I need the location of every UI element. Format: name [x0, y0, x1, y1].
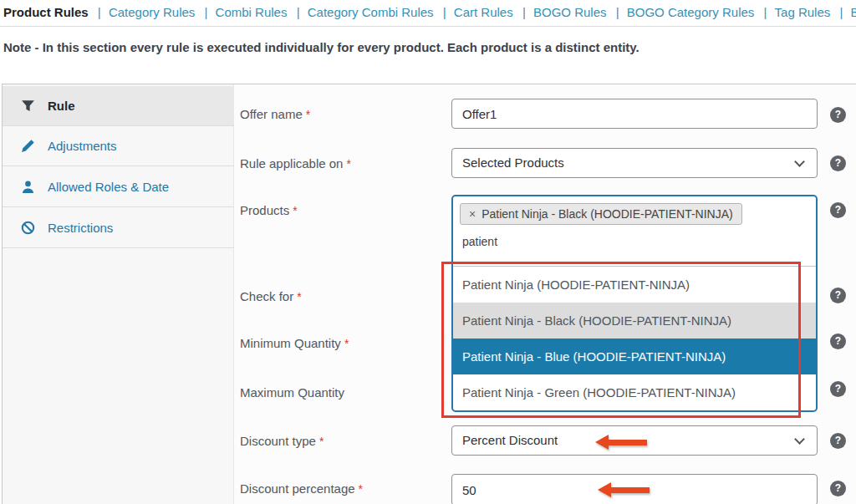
help-icon[interactable]: ? — [830, 107, 846, 123]
selected-product-tag: ×Patient Ninja - Black (HOODIE-PATIENT-N… — [460, 203, 742, 225]
help-icon[interactable]: ? — [830, 288, 846, 303]
nav-separator: | — [297, 5, 300, 19]
nav-tab-bogo-tag-rules[interactable]: BOGO Tag Rules — [851, 5, 856, 19]
discount-percentage-label: Discount percentage* — [240, 481, 363, 497]
sidebar-item-label: Adjustments — [48, 139, 117, 153]
products-search-input[interactable]: patient — [462, 235, 497, 248]
nav-tab-category-rules[interactable]: Category Rules — [109, 5, 195, 19]
nav-divider — [0, 26, 856, 27]
sidebar-item-adjustments[interactable]: Adjustments — [3, 126, 234, 166]
rule-editor-panel: Rule Adjustments Allowed Roles & Date Re… — [2, 84, 856, 504]
product-option[interactable]: Patient Ninja - Black (HOODIE-PATIENT-NI… — [453, 303, 816, 339]
product-option[interactable]: Patient Ninja - Blue (HOODIE-PATIENT-NIN… — [453, 339, 816, 374]
user-icon — [21, 180, 35, 194]
sidebar-item-label: Restrictions — [48, 221, 113, 235]
product-option[interactable]: Patient Ninja (HOODIE-PATIENT-NINJA) — [453, 267, 816, 303]
required-asterisk: * — [297, 290, 301, 303]
nav-separator: | — [616, 5, 619, 19]
minimum-quantity-label: Minimum Quantity* — [240, 335, 349, 352]
products-options-list: Patient Ninja (HOODIE-PATIENT-NINJA) Pat… — [453, 266, 816, 410]
help-icon[interactable]: ? — [830, 381, 846, 397]
required-asterisk: * — [306, 108, 310, 121]
discount-type-label: Discount type* — [240, 433, 324, 450]
remove-tag-icon[interactable]: × — [469, 207, 476, 221]
pencil-icon — [21, 139, 35, 153]
nav-tab-bogo-category-rules[interactable]: BOGO Category Rules — [627, 5, 755, 19]
selected-product-tag-label: Patient Ninja - Black (HOODIE-PATIENT-NI… — [482, 207, 733, 221]
products-label: Products* — [240, 202, 298, 219]
rules-nav: Product Rules | Category Rules | Combi R… — [3, 5, 856, 19]
sidebar-item-label: Allowed Roles & Date — [48, 180, 169, 194]
block-icon — [21, 221, 35, 235]
help-icon[interactable]: ? — [830, 481, 846, 496]
nav-tab-cart-rules[interactable]: Cart Rules — [454, 5, 513, 19]
help-icon[interactable]: ? — [830, 155, 846, 171]
chevron-down-icon — [794, 434, 805, 445]
nav-separator: | — [443, 5, 446, 19]
sidebar-item-rule[interactable]: Rule — [3, 86, 234, 126]
nav-tab-product-rules[interactable]: Product Rules — [3, 5, 89, 19]
required-asterisk: * — [359, 482, 363, 496]
discount-percentage-input[interactable] — [451, 474, 818, 504]
offer-name-input[interactable] — [451, 99, 818, 129]
help-icon[interactable]: ? — [830, 202, 846, 218]
offer-name-label: Offer name* — [240, 106, 310, 123]
help-icon[interactable]: ? — [830, 333, 846, 349]
chevron-down-icon — [794, 156, 805, 167]
plugin-settings-page: Product Rules | Category Rules | Combi R… — [0, 0, 856, 504]
maximum-quantity-label: Maximum Quantity — [240, 384, 344, 401]
sidebar-item-allowed-roles-date[interactable]: Allowed Roles & Date — [3, 167, 234, 207]
nav-separator: | — [763, 5, 767, 19]
sidebar-item-label: Rule — [48, 99, 75, 113]
nav-separator: | — [839, 5, 843, 19]
nav-tab-combi-rules[interactable]: Combi Rules — [216, 5, 288, 19]
filter-icon — [21, 99, 35, 113]
sidebar-item-restrictions[interactable]: Restrictions — [3, 208, 234, 248]
products-multiselect[interactable]: ×Patient Ninja - Black (HOODIE-PATIENT-N… — [451, 195, 818, 412]
required-asterisk: * — [344, 337, 349, 350]
section-note: Note - In this section every rule is exe… — [3, 40, 639, 54]
check-for-label: Check for* — [240, 288, 302, 305]
nav-separator: | — [98, 5, 101, 19]
required-asterisk: * — [346, 157, 350, 171]
nav-separator: | — [522, 5, 526, 19]
rule-sidebar: Rule Adjustments Allowed Roles & Date Re… — [3, 84, 234, 504]
help-icon[interactable]: ? — [830, 433, 846, 449]
nav-separator: | — [205, 5, 208, 19]
nav-tab-bogo-rules[interactable]: BOGO Rules — [533, 5, 607, 19]
required-asterisk: * — [319, 435, 324, 448]
product-option[interactable]: Patient Ninja - Green (HOODIE-PATIENT-NI… — [453, 374, 816, 410]
rule-applicable-on-select[interactable]: Selected Products — [451, 148, 818, 178]
discount-type-select[interactable]: Percent Discount — [451, 425, 818, 456]
rule-applicable-on-label: Rule applicable on* — [240, 155, 351, 172]
nav-tab-category-combi-rules[interactable]: Category Combi Rules — [308, 5, 434, 19]
nav-tab-tag-rules[interactable]: Tag Rules — [775, 5, 831, 19]
required-asterisk: * — [293, 204, 297, 217]
